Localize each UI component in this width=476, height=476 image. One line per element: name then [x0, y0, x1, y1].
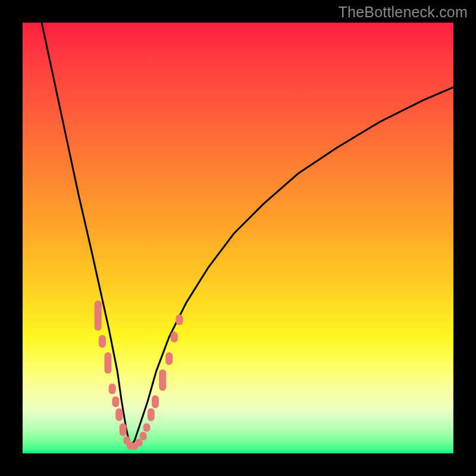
marker-bead [115, 408, 123, 421]
marker-bead [112, 396, 119, 407]
marker-bead [99, 335, 106, 348]
marker-bead [104, 352, 111, 374]
chart-svg [23, 23, 453, 453]
marker-bead [159, 369, 166, 391]
bottleneck-curve-path [40, 14, 453, 447]
watermark-text: TheBottleneck.com [339, 4, 468, 21]
marker-bead [148, 408, 155, 421]
marker-bead [165, 352, 173, 365]
marker-bead [143, 423, 151, 432]
marker-bead [171, 332, 178, 343]
chart-frame: TheBottleneck.com [0, 0, 476, 476]
marker-bead [95, 300, 102, 331]
marker-bead [152, 395, 159, 408]
marker-bead [176, 315, 183, 325]
bottleneck-curve [40, 14, 453, 447]
marker-bead [120, 423, 127, 436]
marker-bead [140, 432, 147, 441]
marker-bead [109, 383, 116, 394]
